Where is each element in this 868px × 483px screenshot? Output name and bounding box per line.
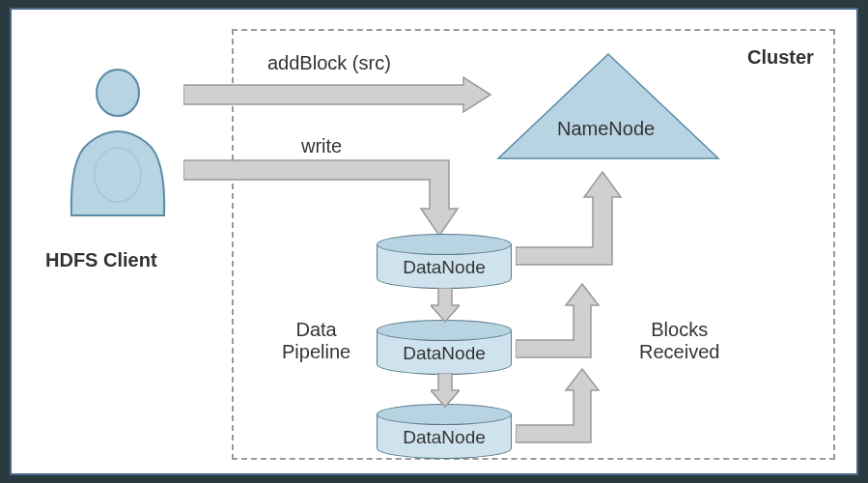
arrow-write-label: write [301,135,342,157]
cluster-label: Cluster [747,46,814,69]
pipeline-label: Data Pipeline [282,319,350,363]
diagram-canvas: HDFS Client Cluster NameNode addBlock (s… [12,10,856,473]
cluster-box [232,29,835,460]
datanode-1: DataNode [377,234,512,288]
svg-point-1 [95,148,141,202]
datanode-3: DataNode [377,404,512,458]
arrow-addblock-label: addBlock (src) [267,52,391,74]
blocks-received-label: Blocks Received [639,319,719,363]
svg-point-0 [97,70,139,116]
datanode-2: DataNode [377,320,512,374]
person-icon [60,66,176,220]
client-label: HDFS Client [45,249,157,271]
namenode-label: NameNode [557,118,655,140]
datanode-label: DataNode [377,257,512,278]
datanode-label: DataNode [377,343,512,364]
datanode-label: DataNode [377,427,512,448]
